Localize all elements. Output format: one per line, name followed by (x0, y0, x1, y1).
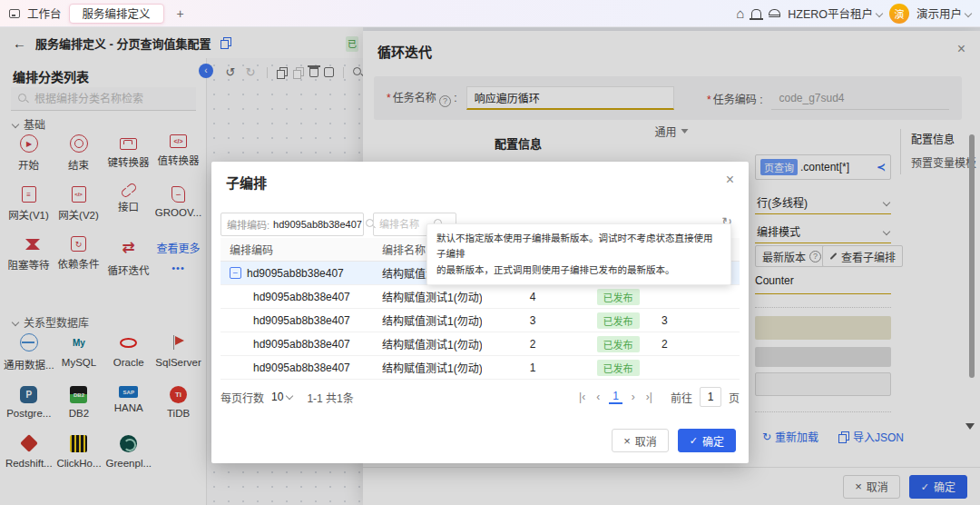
cell-name: 结构赋值测试1(勿动) (373, 312, 482, 328)
cell-version: 1 (482, 361, 583, 374)
status-badge: 已发布 (597, 312, 640, 329)
pagination: 每页行数 10 1-1 共1条 1 前往 1 页 (220, 383, 740, 411)
name-filter-field[interactable] (379, 219, 430, 230)
table-row[interactable]: hd9095ab8b38e407 结构赋值测试1(勿动) 1 已发布 (220, 356, 740, 380)
version-tooltip: 默认不指定版本使用子编排最新版本。调试时不考虑状态直接使用子编排 的最新版本，正… (426, 223, 731, 285)
table-row[interactable]: hd9095ab8b38e407 结构赋值测试1(勿动) 3 已发布 3 (220, 309, 740, 332)
tenant-label: HZERO平台租户 (788, 8, 873, 21)
table-row[interactable]: hd9095ab8b38e407 结构赋值测试1(勿动) 2 已发布 2 (220, 332, 740, 356)
code-filter-label: 编排编码: (227, 217, 270, 232)
chevron-down-icon (965, 10, 972, 17)
sub-orchestration-modal: 子编排 编排编码: hd9095ab8b38e407 编排编码 编排名称 版本 … (211, 162, 749, 463)
workbench-label[interactable]: 工作台 (27, 5, 62, 22)
status-badge: 已发布 (597, 289, 640, 305)
page-unit-label: 页 (729, 390, 740, 405)
prev-page-icon[interactable] (594, 391, 602, 403)
last-page-icon[interactable] (644, 391, 654, 403)
modal-confirm-button[interactable]: 确定 (678, 429, 736, 452)
status-badge: 已发布 (597, 336, 640, 352)
status-badge: 已发布 (597, 360, 640, 376)
tab-label: 服务编排定义 (83, 5, 151, 22)
cell-code: hd9095ab8b38e407 (247, 267, 344, 280)
range-label: 1-1 共1条 (307, 390, 353, 405)
home-icon[interactable] (736, 6, 744, 20)
user-menu[interactable]: 演示用户 (916, 5, 971, 22)
cell-code: hd9095ab8b38e407 (220, 291, 373, 303)
cell-name: 结构赋值测试1(勿动) (373, 336, 482, 352)
tooltip-line-2: 的最新版本，正式调用则使用子编排已发布的最新版本。 (436, 262, 721, 278)
cell-code: hd9095ab8b38e407 (220, 361, 373, 374)
new-tab-button[interactable] (172, 5, 190, 23)
next-page-icon[interactable] (630, 391, 637, 403)
cell-code: hd9095ab8b38e407 (220, 314, 373, 327)
browser-tab-bar: 工作台 服务编排定义 HZERO平台租户 演 演示用户 (0, 0, 980, 27)
notification-bell-icon[interactable] (751, 9, 761, 18)
first-page-icon[interactable] (577, 391, 587, 403)
cell-desc: 3 (652, 314, 740, 327)
cell-desc: 2 (652, 338, 740, 351)
page-size-label: 每页行数 (220, 390, 264, 405)
workbench-icon (9, 9, 20, 18)
modal-cancel-button[interactable]: 取消 (612, 429, 669, 452)
cell-version: 2 (482, 338, 583, 351)
close-icon[interactable] (726, 173, 734, 187)
cell-code: hd9095ab8b38e407 (220, 338, 373, 351)
cell-name: 结构赋值测试1(勿动) (373, 360, 482, 375)
page-size-select[interactable]: 10 (271, 391, 292, 403)
tenant-switcher[interactable]: HZERO平台租户 (788, 5, 882, 22)
tooltip-line-1: 默认不指定版本使用子编排最新版本。调试时不考虑状态直接使用子编排 (436, 231, 721, 262)
avatar[interactable]: 演 (889, 4, 909, 24)
check-icon (690, 434, 698, 447)
cell-version: 4 (482, 291, 583, 303)
goto-label: 前往 (671, 390, 692, 405)
goto-page-input[interactable]: 1 (700, 387, 721, 407)
code-filter-value: hd9095ab8b38e407 (273, 219, 362, 230)
cancel-label: 取消 (635, 433, 657, 449)
cell-name: 结构赋值测试1(勿动) (373, 289, 482, 304)
modal-footer: 取消 确定 (612, 429, 736, 452)
current-page[interactable]: 1 (609, 390, 622, 404)
col-header-code: 编排编码 (220, 242, 373, 257)
chevron-down-icon (286, 392, 293, 400)
modal-title: 子编排 (226, 173, 267, 192)
code-filter-input[interactable]: 编排编码: hd9095ab8b38e407 (220, 213, 364, 236)
user-label: 演示用户 (916, 8, 962, 21)
cell-version: 3 (482, 314, 583, 327)
confirm-label: 确定 (702, 433, 724, 449)
close-icon (623, 435, 631, 447)
tab-service-orchestration[interactable]: 服务编排定义 (69, 4, 164, 24)
chevron-down-icon (876, 10, 883, 17)
theme-hat-icon[interactable] (769, 9, 780, 17)
collapse-row-icon[interactable] (230, 267, 241, 279)
table-row[interactable]: hd9095ab8b38e407 结构赋值测试1(勿动) 4 已发布 (220, 285, 740, 309)
